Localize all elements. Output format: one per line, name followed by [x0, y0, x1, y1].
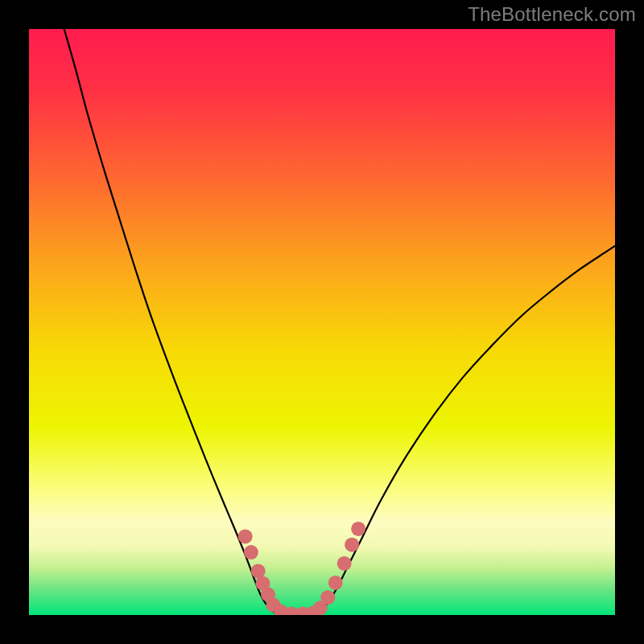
highlight-dot [328, 576, 343, 590]
watermark-text: TheBottleneck.com [468, 3, 636, 26]
plot-background [29, 29, 615, 615]
highlight-dot [238, 529, 253, 543]
chart-frame: TheBottleneck.com [0, 0, 644, 644]
highlight-dot [351, 522, 365, 536]
highlight-dot [244, 545, 258, 559]
highlight-dot [345, 538, 359, 552]
plot-svg [29, 29, 615, 615]
highlight-dot [337, 556, 352, 571]
plot-area [29, 29, 615, 615]
highlight-dot [320, 590, 335, 605]
highlight-dot [251, 564, 266, 578]
